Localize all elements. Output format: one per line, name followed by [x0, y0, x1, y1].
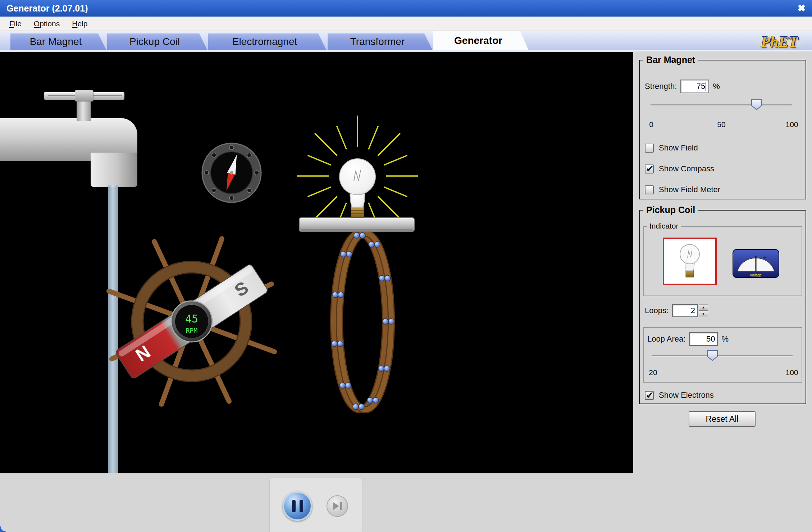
- reset-all-button[interactable]: Reset All: [689, 411, 756, 427]
- tab-label: Generator: [454, 35, 502, 46]
- bulb-indicator-button[interactable]: [663, 238, 717, 285]
- compass[interactable]: [202, 143, 261, 202]
- loop-area-label: Loop Area:: [647, 334, 685, 344]
- checkbox-box[interactable]: [645, 185, 654, 194]
- loop-area-tick-max: 100: [785, 368, 798, 377]
- menu-bar: File Options Help: [0, 17, 812, 31]
- simulation-area: N S 45 RPM: [0, 52, 633, 473]
- content-area: N S 45 RPM Bar Magnet Strength: 75: [0, 52, 812, 532]
- light-bulb: [339, 159, 375, 218]
- menu-file[interactable]: File: [4, 18, 27, 30]
- show-field-meter-checkbox[interactable]: Show Field Meter: [645, 185, 720, 194]
- strength-value: 75: [697, 82, 705, 91]
- indicator-box: Indicator: [643, 226, 802, 296]
- bar-magnet-panel-title: Bar Magnet: [643, 55, 698, 65]
- strength-row: Strength: 75 %: [645, 79, 720, 94]
- checkbox-label: Show Field: [659, 143, 698, 153]
- text-cursor: [706, 82, 706, 91]
- tab-electromagnet[interactable]: Electromagnet: [208, 33, 326, 50]
- simulation-graphics: N S 45 RPM: [0, 52, 633, 473]
- strength-tick-max: 100: [785, 120, 798, 129]
- title-bar: Generator (2.07.01) ✖: [0, 0, 812, 17]
- tab-label: Electromagnet: [232, 36, 297, 48]
- loop-area-value: 50: [706, 334, 715, 344]
- indicator-title: Indicator: [647, 222, 681, 230]
- checkbox-label: Show Electrons: [659, 391, 714, 400]
- strength-slider-thumb[interactable]: [751, 99, 762, 110]
- voltmeter-icon: - + voltage: [733, 249, 779, 282]
- checkbox-label: Show Compass: [659, 164, 714, 173]
- bulb-platform: [299, 218, 414, 231]
- step-button[interactable]: [327, 495, 348, 517]
- spinner-down-icon[interactable]: ▼: [699, 311, 708, 317]
- checkbox-box[interactable]: [645, 164, 654, 173]
- show-field-checkbox[interactable]: Show Field: [645, 143, 698, 153]
- voltmeter-caption: voltage: [750, 273, 762, 277]
- strength-tick-min: 0: [649, 120, 653, 129]
- window-title: Generator (2.07.01): [6, 3, 88, 14]
- tab-bar-magnet[interactable]: Bar Magnet: [10, 33, 106, 50]
- loop-area-box: Loop Area: 50 % 20 100: [643, 327, 802, 383]
- tab-generator[interactable]: Generator: [433, 31, 528, 50]
- app-window: Generator (2.07.01) ✖ File Options Help …: [0, 0, 812, 532]
- strength-label: Strength:: [645, 82, 677, 91]
- voltmeter-minus: -: [747, 254, 749, 261]
- step-icon: [333, 502, 339, 510]
- voltmeter-indicator-button[interactable]: - + voltage: [733, 249, 779, 282]
- pause-button[interactable]: [283, 491, 312, 521]
- bar-magnet-panel: Bar Magnet Strength: 75 % 0 50 100 Show …: [639, 60, 806, 199]
- phet-logo: PhET: [752, 33, 806, 51]
- loop-area-slider-track[interactable]: [652, 355, 793, 357]
- step-icon-bar: [340, 502, 342, 510]
- tab-label: Pickup Coil: [129, 36, 180, 48]
- pause-icon: [300, 500, 303, 512]
- spinner-up-icon[interactable]: ▲: [699, 304, 708, 311]
- checkbox-box[interactable]: [645, 144, 654, 153]
- loop-area-slider-thumb[interactable]: [707, 350, 718, 361]
- loop-area-input[interactable]: 50: [689, 332, 718, 346]
- strength-tick-mid: 50: [717, 120, 725, 129]
- menu-options[interactable]: Options: [29, 18, 65, 30]
- strength-unit: %: [713, 82, 720, 91]
- menu-help[interactable]: Help: [67, 18, 92, 30]
- rpm-display: 45 RPM: [171, 301, 212, 342]
- pickup-coil-panel-title: Pickup Coil: [643, 205, 698, 215]
- tab-label: Transformer: [350, 36, 405, 48]
- loop-area-row: Loop Area: 50 %: [647, 332, 729, 346]
- loop-area-unit: %: [721, 334, 729, 344]
- clock-control-panel: [269, 478, 363, 532]
- pickup-coil-panel: Pickup Coil Indicator: [639, 210, 806, 404]
- checkbox-label: Show Field Meter: [659, 185, 720, 194]
- rpm-value: 45: [185, 312, 198, 325]
- pause-icon: [292, 500, 296, 512]
- checkbox-box[interactable]: [645, 391, 654, 400]
- voltmeter-plus: +: [763, 254, 767, 261]
- tab-label: Bar Magnet: [30, 36, 82, 48]
- tab-strip: Bar Magnet Pickup Coil Electromagnet Tra…: [0, 31, 812, 52]
- loops-spinner-buttons: ▲ ▼: [699, 304, 708, 317]
- close-icon[interactable]: ✖: [797, 4, 806, 13]
- window-corner: [0, 526, 6, 532]
- show-compass-checkbox[interactable]: Show Compass: [645, 164, 714, 173]
- bulb-icon: [678, 243, 702, 280]
- loops-label: Loops:: [645, 306, 669, 315]
- loops-spinner-input[interactable]: 2: [672, 304, 698, 317]
- show-electrons-checkbox[interactable]: Show Electrons: [645, 391, 714, 400]
- strength-slider-track[interactable]: [651, 104, 792, 106]
- loops-value: 2: [691, 306, 695, 315]
- tab-pickup-coil[interactable]: Pickup Coil: [107, 33, 207, 50]
- loop-area-tick-min: 20: [649, 368, 657, 377]
- rpm-unit: RPM: [186, 327, 198, 334]
- strength-input[interactable]: 75: [680, 80, 709, 93]
- loops-row: Loops: 2 ▲ ▼: [645, 303, 708, 318]
- tab-transformer[interactable]: Transformer: [328, 33, 432, 50]
